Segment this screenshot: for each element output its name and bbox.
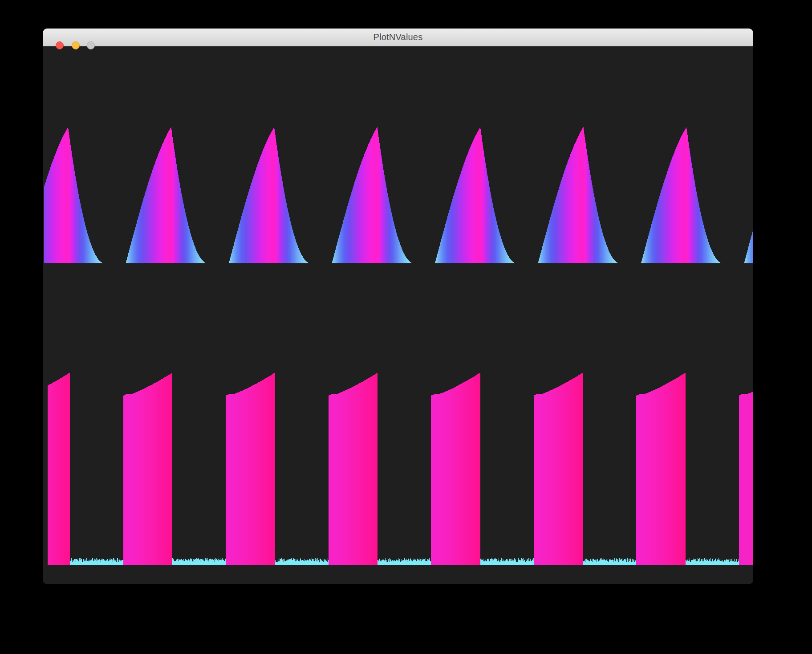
window-title: PlotNValues [43, 29, 753, 46]
app-window: PlotNValues [43, 29, 753, 584]
waveform-plots-canvas [43, 47, 753, 584]
window-titlebar[interactable]: PlotNValues [43, 29, 753, 46]
desktop: { "window": { "title": "PlotNValues", "t… [0, 0, 812, 654]
